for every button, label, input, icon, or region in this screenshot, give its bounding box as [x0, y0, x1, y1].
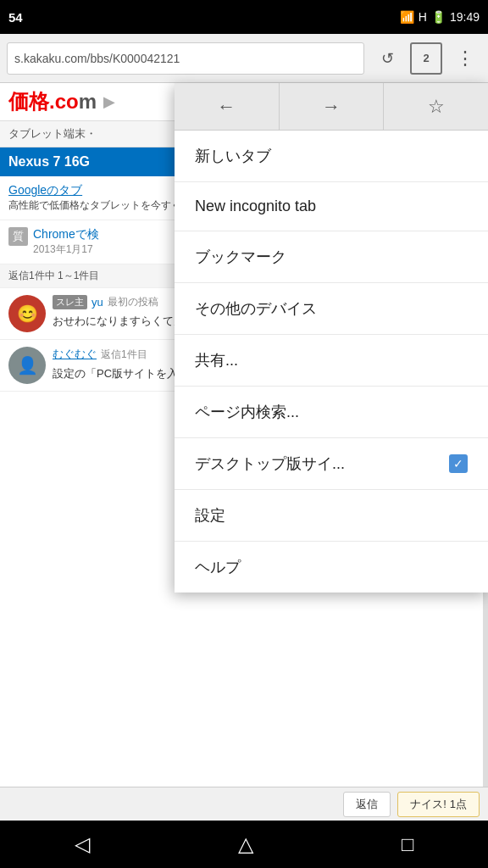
dropdown-forward-button[interactable]: → [280, 83, 385, 131]
username-1[interactable]: yu [92, 296, 103, 309]
article-title[interactable]: Chromeで検 [33, 227, 99, 242]
bottom-action-bar: 返信 ナイス! 1点 [0, 787, 488, 821]
reply-button[interactable]: 返信 [343, 792, 391, 817]
status-bar: 54 📶 H 🔋 19:49 [0, 0, 488, 34]
dropdown-items-container: 新しいタブNew incognito tabブックマークその他のデバイス共有..… [175, 131, 488, 593]
browser-bar: s.kakaku.com/bbs/K000042121 ↺ 2 ⋮ [0, 34, 488, 83]
avatar-1: 😊 [8, 295, 46, 332]
android-nav-bar: ◁ △ □ [0, 821, 488, 868]
menu-button[interactable]: ⋮ [449, 42, 481, 75]
dropdown-item-3[interactable]: その他のデバイス [175, 283, 488, 335]
quality-badge: 質 [8, 227, 28, 246]
battery-icon: 🔋 [431, 10, 446, 24]
android-recent-button[interactable]: □ [385, 824, 431, 865]
dropdown-item-7[interactable]: 設定 [175, 490, 488, 542]
nice-button[interactable]: ナイス! 1点 [397, 792, 480, 817]
post-sub-1: 最初の投稿 [108, 295, 158, 309]
nav-arrow: ▶ [103, 92, 115, 111]
status-right: 📶 H 🔋 19:49 [400, 10, 480, 24]
dropdown-item-6[interactable]: デスクトップ版サイ...✓ [175, 438, 488, 490]
dropdown-item-label-7: 設定 [195, 505, 225, 526]
dropdown-item-label-5: ページ内検索... [195, 402, 299, 422]
dropdown-item-label-3: その他のデバイス [195, 298, 317, 319]
url-text: s.kakaku.com/bbs/K000042121 [14, 52, 180, 65]
dropdown-item-8[interactable]: ヘルプ [175, 542, 488, 593]
active-item-text: Nexus 7 16G [8, 154, 90, 169]
dropdown-item-0[interactable]: 新しいタブ [175, 131, 488, 182]
url-bar[interactable]: s.kakaku.com/bbs/K000042121 [7, 42, 364, 75]
dropdown-nav-row: ← → ☆ [175, 83, 488, 131]
dropdown-item-checkbox-6[interactable]: ✓ [449, 454, 468, 473]
tab-count: 2 [423, 52, 429, 64]
dropdown-bookmark-button[interactable]: ☆ [384, 83, 488, 131]
signal-type: H [419, 10, 427, 24]
dropdown-item-4[interactable]: 共有... [175, 335, 488, 387]
dropdown-back-button[interactable]: ← [175, 83, 280, 131]
dropdown-item-label-8: ヘルプ [195, 557, 241, 577]
dropdown-item-5[interactable]: ページ内検索... [175, 387, 488, 438]
dropdown-item-label-2: ブックマーク [195, 247, 286, 267]
dropdown-item-1[interactable]: New incognito tab [175, 182, 488, 231]
site-logo: 価格.com [8, 88, 97, 115]
time-display: 19:49 [450, 10, 480, 24]
reload-button[interactable]: ↺ [371, 42, 403, 75]
dropdown-item-label-4: 共有... [195, 350, 238, 370]
post-sub-2: 返信1件目 [101, 348, 147, 362]
dropdown-item-label-1: New incognito tab [195, 198, 316, 215]
article-date: 2013年1月17 [33, 242, 99, 257]
dropdown-menu: ← → ☆ 新しいタブNew incognito tabブックマークその他のデバ… [175, 83, 488, 593]
avatar-2: 👤 [8, 347, 46, 384]
thread-owner-badge: スレ主 [53, 295, 87, 309]
android-home-button[interactable]: △ [221, 824, 270, 865]
status-left-label: 54 [8, 10, 23, 25]
dropdown-item-label-0: 新しいタブ [195, 146, 271, 166]
signal-icon: 📶 [400, 10, 414, 24]
android-back-button[interactable]: ◁ [58, 824, 107, 865]
dropdown-item-2[interactable]: ブックマーク [175, 231, 488, 283]
tab-switcher-button[interactable]: 2 [410, 42, 442, 75]
username-2[interactable]: むぐむぐ [53, 347, 97, 362]
dropdown-item-label-6: デスクトップ版サイ... [195, 453, 345, 474]
